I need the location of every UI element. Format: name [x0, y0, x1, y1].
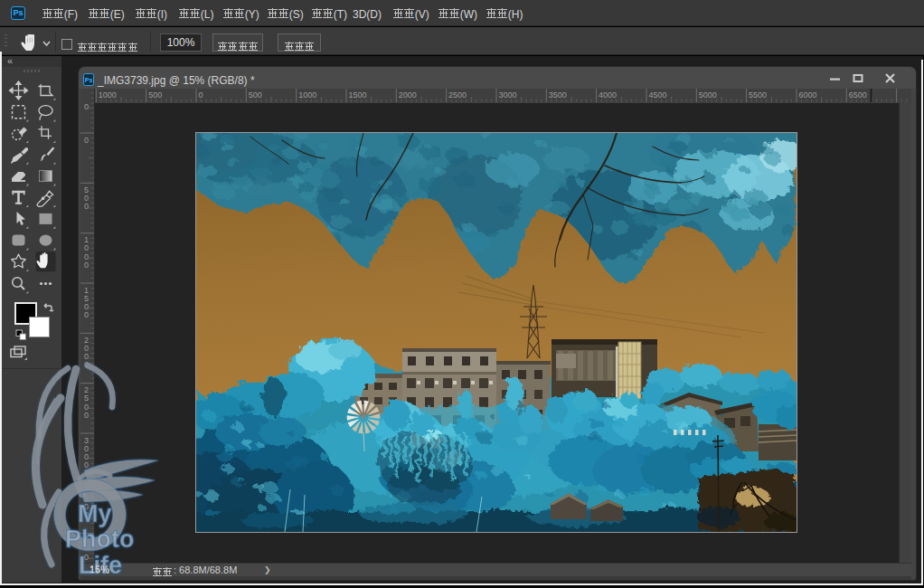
- svg-text:500: 500: [148, 90, 162, 100]
- svg-text:3500: 3500: [549, 90, 567, 100]
- svg-text:500: 500: [249, 90, 262, 100]
- svg-text:2500: 2500: [448, 90, 467, 100]
- svg-text:6000: 6000: [799, 90, 817, 100]
- svg-text:3000: 3000: [499, 90, 517, 100]
- svg-text:1000: 1000: [99, 90, 117, 100]
- svg-text:6500: 6500: [849, 90, 867, 100]
- svg-text:5000: 5000: [699, 90, 717, 100]
- svg-text:0: 0: [84, 136, 89, 145]
- svg-text:0: 0: [84, 202, 89, 211]
- svg-text:0: 0: [84, 261, 89, 270]
- svg-text:0: 0: [84, 310, 89, 319]
- svg-text:Photo: Photo: [65, 526, 134, 553]
- svg-text:1500: 1500: [349, 90, 367, 100]
- svg-text:0: 0: [84, 102, 89, 111]
- svg-text:2000: 2000: [399, 90, 417, 100]
- svg-text:4500: 4500: [649, 90, 667, 100]
- svg-text:1000: 1000: [298, 90, 316, 100]
- svg-text:Ps: Ps: [85, 77, 93, 83]
- svg-text:My: My: [78, 500, 112, 527]
- svg-text:4000: 4000: [599, 90, 617, 100]
- svg-text:0: 0: [199, 90, 203, 100]
- svg-text:5500: 5500: [749, 90, 767, 100]
